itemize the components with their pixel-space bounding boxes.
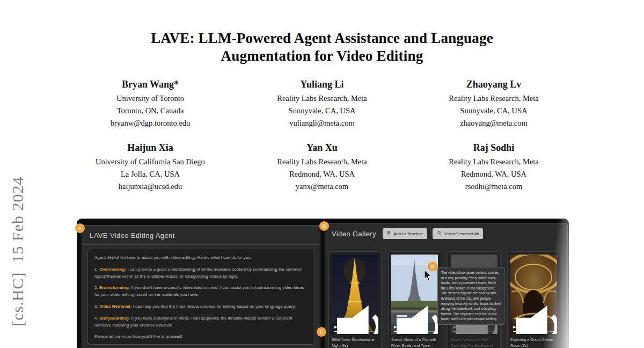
- capability-term: Video Retrieval:: [99, 304, 131, 309]
- author-name: Bryan Wang*: [64, 79, 236, 90]
- agent-message-intro: Agent: Hello! I'm here to assist you wit…: [94, 255, 308, 262]
- agent-panel-title: LAVE Video Editing Agent: [82, 226, 320, 245]
- capability-number: 4.: [94, 316, 98, 321]
- author-grid: Bryan Wang* University of Toronto Toront…: [64, 79, 580, 192]
- video-thumbnail-eiffel-night[interactable]: ▶ ⋮: [332, 255, 378, 334]
- video-controls: ▶ ⋮: [391, 323, 438, 334]
- author-email: rsodhi@meta.com: [408, 180, 580, 193]
- author-affiliation: Reality Labs Research, Meta: [236, 92, 408, 105]
- video-card[interactable]: ▶ ⋮ Exploring a Grand Ornate Room (2s): [507, 251, 560, 348]
- annotation-badge-a: A: [75, 223, 85, 233]
- author-block: Haijun Xia University of California San …: [64, 142, 236, 193]
- author-block: Raj Sodhi Reality Labs Research, Meta Re…: [408, 142, 580, 193]
- annotation-badge-c: C: [317, 327, 326, 337]
- author-location: Redmond, WA, USA: [236, 168, 408, 180]
- select-deselect-all-button[interactable]: Select/Deselect All: [433, 228, 483, 239]
- gallery-header: Video Gallery Add to Timeline Select/Des…: [325, 223, 567, 242]
- capability-text: I can help you find the most relevant vi…: [133, 304, 295, 309]
- author-location: Sunnyvale, CA, USA: [236, 105, 408, 117]
- author-email: yanx@meta.com: [236, 180, 408, 193]
- title-line-2: Augmentation for Video Editing: [0, 47, 644, 65]
- add-to-timeline-icon: [387, 231, 391, 236]
- author-email: haijunxia@ucsd.edu: [64, 180, 236, 193]
- capability-term: Brainstorming:: [99, 285, 130, 290]
- author-location: Redmond, WA, USA: [408, 168, 580, 180]
- author-email: zhaoyang@meta.com: [408, 117, 580, 129]
- agent-panel: LAVE Video Editing Agent Agent: Hello! I…: [82, 225, 320, 348]
- author-affiliation: Reality Labs Research, Meta: [408, 92, 580, 105]
- mouse-cursor-icon: [424, 270, 433, 284]
- author-location: Toronto, ON, Canada: [64, 105, 236, 117]
- volume-icon[interactable]: [516, 287, 557, 334]
- author-affiliation: University of California San Diego: [64, 156, 236, 168]
- author-block: Zhaoyang Lv Reality Labs Research, Meta …: [408, 79, 580, 129]
- agent-capability: 4. Storyboarding: If you have a storylin…: [94, 315, 308, 329]
- capability-number: 2.: [94, 285, 98, 290]
- author-affiliation: Reality Labs Research, Meta: [236, 156, 408, 168]
- video-controls: ▶ ⋮: [332, 323, 378, 334]
- author-block: Bryan Wang* University of Toronto Toront…: [64, 79, 236, 129]
- author-name: Yuliang Li: [236, 79, 408, 90]
- author-name: Raj Sodhi: [408, 142, 580, 154]
- video-caption: Scenic Views of a City with River, Boats…: [391, 337, 438, 348]
- page-title: LAVE: LLM-Powered Agent Assistance and L…: [0, 30, 644, 65]
- agent-chat-box[interactable]: Agent: Hello! I'm here to assist you wit…: [87, 249, 315, 345]
- agent-message-outro: Please let me know how you'd like to pro…: [94, 334, 308, 340]
- author-block: Yan Xu Reality Labs Research, Meta Redmo…: [236, 142, 408, 193]
- author-name: Haijun Xia: [64, 142, 236, 154]
- capability-term: Overviewing:: [99, 267, 126, 272]
- author-block: Yuliang Li Reality Labs Research, Meta S…: [236, 79, 408, 129]
- author-name: Zhaoyang Lv: [408, 79, 580, 90]
- agent-capability: 3. Video Retrieval: I can help you find …: [94, 303, 308, 310]
- agent-capability: 1. Overviewing: I can provide a quick un…: [94, 266, 308, 280]
- video-caption: Exploring a Grand Ornate Room (2s): [510, 337, 557, 348]
- author-email: yuliangli@meta.com: [236, 117, 408, 129]
- gallery-title: Video Gallery: [332, 230, 376, 238]
- author-affiliation: University of Toronto: [64, 92, 236, 105]
- volume-icon[interactable]: [397, 287, 438, 334]
- teaser-figure: LAVE Video Editing Agent Agent: Hello! I…: [77, 219, 569, 348]
- add-to-timeline-button[interactable]: Add to Timeline: [383, 228, 427, 239]
- paper-page: [cs.HC] 15 Feb 2024 LAVE: LLM-Powered Ag…: [0, 0, 644, 348]
- author-email: bryanw@dgp.toronto.edu: [64, 117, 236, 129]
- select-all-icon: [437, 231, 441, 236]
- author-location: La Jolla, CA, USA: [64, 168, 236, 180]
- video-description-tooltip: The video showcases various scenes of a …: [437, 267, 504, 325]
- video-thumbnail-ornate-room[interactable]: ▶ ⋮: [510, 255, 557, 334]
- capability-term: Storyboarding:: [99, 316, 130, 321]
- capability-number: 1.: [94, 267, 98, 272]
- capability-number: 3.: [94, 304, 98, 309]
- video-card[interactable]: ▶ ⋮ Eiffel Tower Illuminated at Night (9…: [328, 251, 382, 348]
- author-name: Yan Xu: [236, 142, 408, 154]
- agent-capability: 2. Brainstorming: If you don't have a sp…: [94, 285, 308, 299]
- video-controls: ▶ ⋮: [510, 323, 557, 334]
- volume-icon[interactable]: [337, 287, 378, 334]
- add-to-timeline-label: Add to Timeline: [393, 231, 423, 236]
- select-all-label: Select/Deselect All: [443, 231, 479, 236]
- annotation-badge-b: B: [319, 221, 329, 231]
- video-caption: Scenic Views of a City Capturing the Ess…: [451, 337, 497, 348]
- capability-text: I can provide a quick understanding of a…: [94, 267, 302, 279]
- author-location: Sunnyvale, CA, USA: [408, 105, 580, 117]
- author-affiliation: Reality Labs Research, Meta: [408, 156, 580, 168]
- video-caption: Eiffel Tower Illuminated at Night (9s): [332, 337, 378, 348]
- arxiv-watermark: [cs.HC] 15 Feb 2024: [9, 176, 27, 326]
- title-line-1: LAVE: LLM-Powered Agent Assistance and L…: [0, 30, 644, 47]
